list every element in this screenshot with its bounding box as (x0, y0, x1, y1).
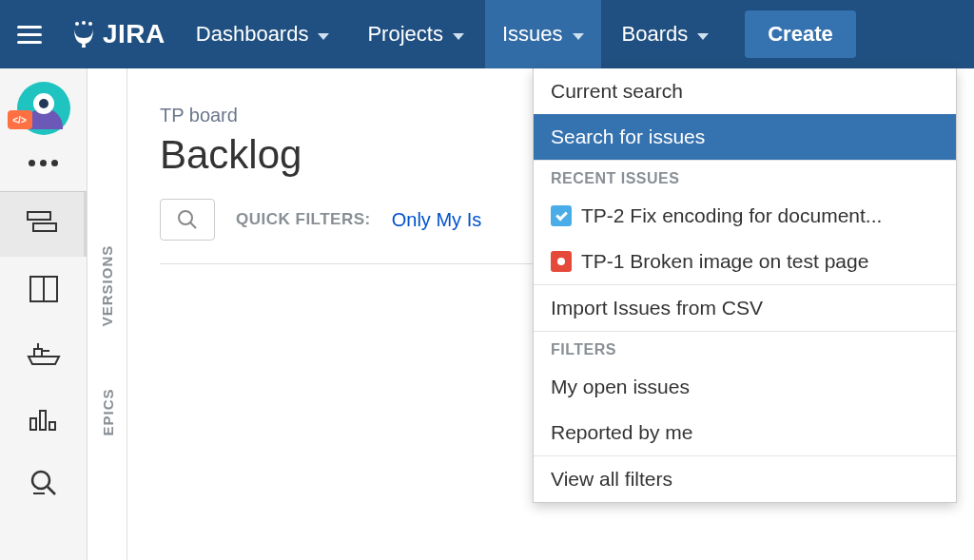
dropdown-search-for-issues[interactable]: Search for issues (534, 114, 956, 160)
rail-search-button[interactable] (0, 451, 87, 515)
backlog-icon (26, 210, 58, 239)
filter-search-button[interactable] (160, 199, 215, 241)
nav-boards-label: Boards (622, 22, 689, 47)
svg-point-1 (82, 21, 86, 25)
svg-point-16 (179, 211, 192, 224)
nav-issues-label: Issues (502, 22, 563, 47)
nav-projects[interactable]: Projects (350, 0, 480, 68)
dropdown-recent-issue-1[interactable]: TP-1 Broken image on test page (534, 239, 956, 284)
nav-dashboards[interactable]: Dashboards (179, 0, 347, 68)
nav-dashboards-label: Dashboards (196, 22, 309, 47)
dropdown-recent-issue-1-label: TP-1 Broken image on test page (581, 250, 868, 273)
svg-point-13 (32, 472, 49, 489)
svg-rect-3 (28, 212, 50, 220)
chevron-down-icon (453, 33, 464, 40)
rail-releases-button[interactable] (0, 321, 87, 386)
search-icon (29, 469, 58, 497)
dropdown-my-open-issues[interactable]: My open issues (534, 364, 956, 410)
reports-icon (29, 405, 59, 432)
svg-point-2 (88, 22, 92, 26)
dropdown-recent-issue-0[interactable]: TP-2 Fix encoding for document... (534, 193, 956, 239)
rail-board-button[interactable] (0, 257, 87, 321)
dropdown-search-for-issues-label: Search for issues (551, 126, 705, 148)
task-icon (551, 205, 572, 226)
nav-projects-label: Projects (367, 22, 442, 47)
chevron-down-icon (318, 33, 329, 40)
quick-filter-only-my-issues[interactable]: Only My Is (392, 209, 481, 231)
bug-icon (551, 251, 572, 272)
ship-icon (27, 341, 61, 366)
dropdown-view-all-filters-label: View all filters (551, 468, 672, 491)
jira-logo[interactable]: JIRA (70, 19, 166, 49)
dropdown-current-search-label: Current search (551, 80, 683, 103)
dropdown-view-all-filters[interactable]: View all filters (534, 455, 956, 502)
dropdown-recent-issue-0-label: TP-2 Fix encoding for document... (581, 204, 882, 227)
dropdown-current-search[interactable]: Current search (534, 68, 956, 114)
dropdown-my-open-issues-label: My open issues (551, 376, 690, 398)
svg-rect-12 (49, 422, 55, 430)
svg-line-14 (48, 487, 55, 494)
nav-issues[interactable]: Issues (485, 0, 601, 68)
more-icon[interactable] (29, 160, 58, 166)
versions-tab[interactable]: VERSIONS (99, 245, 115, 327)
issues-dropdown: Current search Search for issues RECENT … (533, 68, 957, 503)
search-icon (177, 209, 198, 230)
left-rail (0, 68, 88, 560)
create-button[interactable]: Create (745, 10, 855, 58)
dropdown-reported-by-me-label: Reported by me (551, 421, 692, 444)
svg-rect-10 (30, 418, 36, 430)
svg-rect-4 (33, 223, 56, 231)
rail-reports-button[interactable] (0, 386, 87, 451)
top-nav: JIRA Dashboards Projects Issues Boards C… (0, 0, 974, 68)
svg-rect-7 (34, 349, 42, 357)
nav-boards[interactable]: Boards (605, 0, 727, 68)
chevron-down-icon (697, 33, 709, 40)
svg-line-17 (190, 222, 196, 228)
jira-logo-text: JIRA (103, 19, 166, 49)
code-badge-icon (8, 110, 32, 129)
hamburger-icon[interactable] (17, 18, 49, 50)
jira-logo-icon (70, 21, 97, 48)
epics-tab[interactable]: EPICS (99, 388, 115, 435)
create-button-label: Create (768, 22, 832, 46)
project-avatar[interactable] (17, 82, 70, 135)
quick-filters-label: QUICK FILTERS: (236, 210, 371, 229)
rail-backlog-button[interactable] (0, 192, 87, 257)
dropdown-section-filters: FILTERS (534, 331, 956, 364)
dropdown-import-csv-label: Import Issues from CSV (551, 297, 763, 319)
svg-point-0 (75, 22, 79, 26)
dropdown-section-recent: RECENT ISSUES (534, 160, 956, 193)
board-icon (29, 275, 59, 303)
dropdown-reported-by-me[interactable]: Reported by me (534, 410, 956, 455)
side-tabstrip: VERSIONS EPICS (88, 68, 127, 560)
svg-rect-11 (40, 411, 46, 430)
chevron-down-icon (573, 33, 584, 40)
dropdown-import-csv[interactable]: Import Issues from CSV (534, 284, 956, 331)
